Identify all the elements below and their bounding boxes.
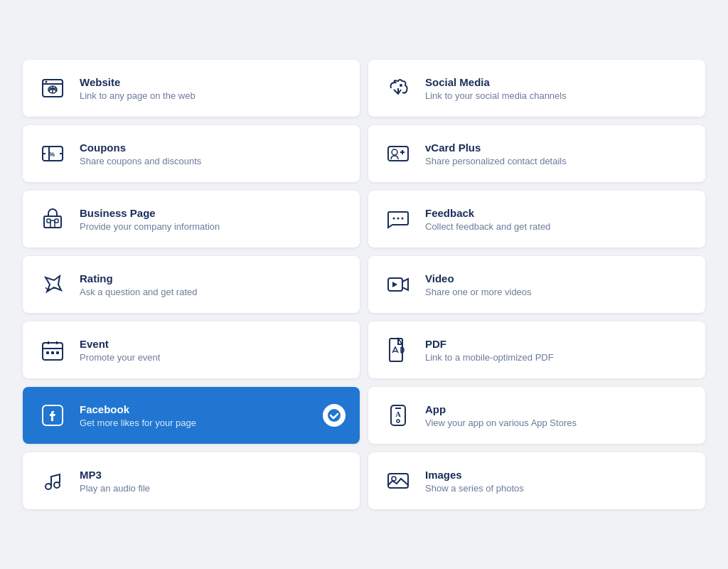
svg-point-14	[402, 218, 404, 220]
card-vcard-plus-desc: Share personalized contact details	[425, 156, 691, 166]
pdf-icon	[382, 334, 414, 366]
card-images-text: ImagesShow a series of photos	[425, 469, 691, 494]
card-business-page-text: Business PageProvide your company inform…	[80, 207, 346, 232]
card-vcard-plus-title: vCard Plus	[425, 142, 691, 154]
svg-point-12	[393, 218, 395, 220]
card-pdf[interactable]: PDFLink to a mobile-optimized PDF	[368, 321, 705, 378]
card-facebook-desc: Get more likes for your page	[80, 418, 311, 428]
svg-rect-29	[388, 474, 408, 488]
card-mp3-desc: Play an audio file	[80, 483, 346, 494]
svg-rect-20	[56, 351, 59, 354]
svg-point-7	[392, 149, 397, 155]
card-pdf-title: PDF	[425, 338, 691, 350]
card-business-page-title: Business Page	[80, 207, 346, 219]
card-business-page[interactable]: Business PageProvide your company inform…	[23, 191, 360, 248]
svg-point-23	[328, 409, 341, 422]
svg-rect-11	[50, 220, 55, 228]
svg-point-28	[54, 482, 60, 488]
card-rating-title: Rating	[80, 272, 346, 284]
app-icon: A	[382, 400, 414, 431]
coupons-icon: %	[37, 138, 68, 169]
card-coupons[interactable]: % CouponsShare coupons and discounts	[23, 125, 360, 182]
svg-marker-16	[392, 282, 397, 287]
facebook-icon	[37, 400, 68, 431]
card-app-desc: View your app on various App Stores	[425, 418, 691, 428]
rating-icon	[37, 269, 68, 300]
card-images-title: Images	[425, 469, 691, 481]
card-rating-desc: Ask a question and get rated	[80, 287, 346, 297]
card-images[interactable]: ImagesShow a series of photos	[368, 452, 705, 509]
card-feedback-desc: Collect feedback and get rated	[425, 221, 691, 232]
card-website-desc: Link to any page on the web	[80, 90, 346, 101]
business-page-icon	[37, 203, 68, 235]
card-social-media[interactable]: Social MediaLink to your social media ch…	[368, 60, 705, 117]
card-event[interactable]: EventPromote your event	[23, 321, 360, 378]
card-facebook[interactable]: FacebookGet more likes for your page	[23, 387, 360, 444]
card-mp3-text: MP3Play an audio file	[80, 469, 346, 494]
card-app[interactable]: A AppView your app on various App Stores	[368, 387, 705, 444]
card-event-desc: Promote your event	[80, 352, 346, 363]
images-icon	[382, 465, 414, 496]
card-coupons-desc: Share coupons and discounts	[80, 156, 346, 166]
feedback-icon	[382, 203, 414, 235]
card-vcard-plus-text: vCard PlusShare personalized contact det…	[425, 142, 691, 166]
svg-point-27	[46, 484, 51, 489]
card-event-title: Event	[80, 338, 346, 350]
vcard-plus-icon	[382, 138, 414, 169]
card-rating-text: RatingAsk a question and get rated	[80, 272, 346, 297]
card-event-text: EventPromote your event	[80, 338, 346, 363]
card-mp3[interactable]: MP3Play an audio file	[23, 452, 360, 509]
card-website-text: WebsiteLink to any page on the web	[80, 76, 346, 101]
card-feedback[interactable]: FeedbackCollect feedback and get rated	[368, 191, 705, 248]
event-icon	[37, 334, 68, 366]
svg-text:A: A	[395, 410, 401, 418]
card-coupons-title: Coupons	[80, 142, 346, 154]
card-business-page-desc: Provide your company information	[80, 221, 346, 232]
svg-point-25	[397, 420, 400, 422]
card-video-title: Video	[425, 272, 691, 284]
card-mp3-title: MP3	[80, 469, 346, 481]
card-feedback-text: FeedbackCollect feedback and get rated	[425, 207, 691, 232]
card-coupons-text: CouponsShare coupons and discounts	[80, 142, 346, 166]
social-media-icon	[382, 73, 414, 104]
svg-point-1	[46, 81, 48, 83]
card-video-desc: Share one or more videos	[425, 287, 691, 297]
card-images-desc: Show a series of photos	[425, 483, 691, 494]
card-video[interactable]: VideoShare one or more videos	[368, 256, 705, 313]
website-icon	[37, 73, 68, 104]
selected-checkmark	[323, 404, 346, 427]
svg-point-3	[400, 84, 402, 87]
card-rating[interactable]: RatingAsk a question and get rated	[23, 256, 360, 313]
card-facebook-text: FacebookGet more likes for your page	[80, 403, 311, 428]
svg-rect-18	[46, 351, 49, 354]
card-social-media-text: Social MediaLink to your social media ch…	[425, 76, 691, 101]
card-video-text: VideoShare one or more videos	[425, 272, 691, 297]
card-pdf-desc: Link to a mobile-optimized PDF	[425, 352, 691, 363]
card-website-title: Website	[80, 76, 346, 88]
mp3-icon	[37, 465, 68, 496]
card-vcard-plus[interactable]: vCard PlusShare personalized contact det…	[368, 125, 705, 182]
card-grid: WebsiteLink to any page on the web Socia…	[23, 60, 705, 509]
card-social-media-title: Social Media	[425, 76, 691, 88]
card-feedback-title: Feedback	[425, 207, 691, 219]
card-facebook-title: Facebook	[80, 403, 311, 415]
video-icon	[382, 269, 414, 300]
card-website[interactable]: WebsiteLink to any page on the web	[23, 60, 360, 117]
card-app-title: App	[425, 403, 691, 415]
card-app-text: AppView your app on various App Stores	[425, 403, 691, 428]
card-pdf-text: PDFLink to a mobile-optimized PDF	[425, 338, 691, 363]
card-social-media-desc: Link to your social media channels	[425, 90, 691, 101]
svg-point-13	[397, 218, 400, 220]
svg-text:%: %	[49, 151, 55, 158]
svg-rect-19	[51, 351, 54, 354]
